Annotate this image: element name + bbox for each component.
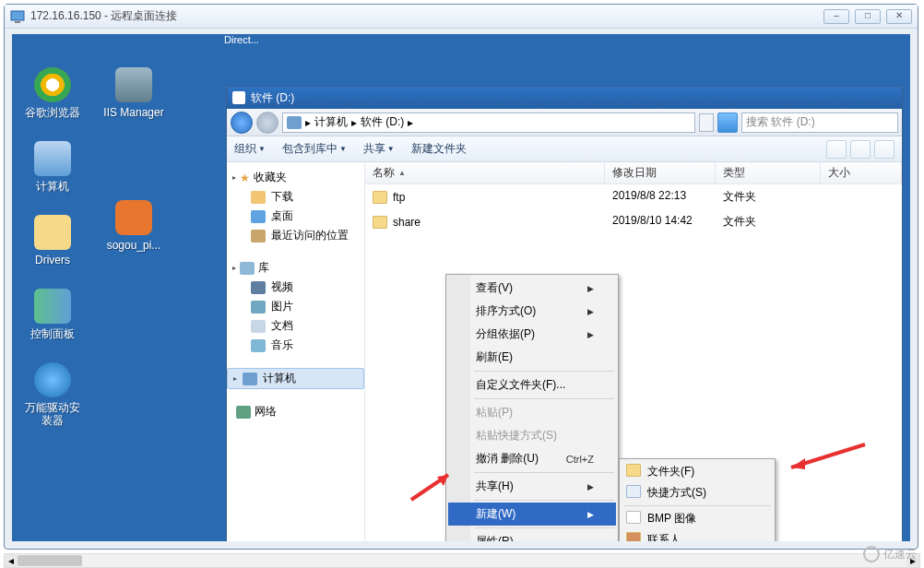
close-button[interactable]: ✕ [886, 9, 912, 24]
nav-music[interactable]: 音乐 [227, 336, 364, 355]
organize-menu[interactable]: 组织 ▼ [234, 141, 266, 157]
ctx-undo[interactable]: 撤消 删除(U)Ctrl+Z [448, 447, 616, 470]
rdp-title: 172.16.16.150 - 远程桌面连接 [30, 8, 823, 24]
watermark: 亿速云 [863, 546, 917, 562]
explorer-toolbar: 组织 ▼ 包含到库中 ▼ 共享 ▼ 新建文件夹 [227, 136, 902, 162]
help-button[interactable] [874, 140, 894, 159]
file-row[interactable]: ftp 2019/8/8 22:13 文件夹 [365, 184, 902, 209]
ctx-paste-shortcut: 粘贴快捷方式(S) [448, 424, 616, 447]
desktop-icon-sogou[interactable]: sogou_pi... [99, 200, 169, 252]
address-field[interactable]: ▸ 计算机 ▸ 软件 (D:) ▸ [282, 112, 695, 133]
scroll-thumb[interactable] [18, 555, 82, 566]
include-library-menu[interactable]: 包含到库中 ▼ [282, 141, 347, 157]
breadcrumb[interactable]: 计算机 [314, 114, 348, 130]
scroll-left-button[interactable]: ◂ [5, 554, 18, 567]
back-button[interactable] [231, 112, 253, 134]
breadcrumb[interactable]: 软件 (D:) [361, 114, 404, 130]
new-folder-button[interactable]: 新建文件夹 [411, 141, 467, 157]
desktop-icon-wanneng[interactable]: 万能驱动安装器 [18, 362, 88, 427]
col-type[interactable]: 类型 [716, 162, 821, 183]
drive-icon [287, 116, 302, 129]
explorer-title: 软件 (D:) [251, 90, 294, 106]
ctx-sort[interactable]: 排序方式(O)▶ [448, 300, 616, 323]
minimize-button[interactable]: – [823, 9, 849, 24]
address-bar: ▸ 计算机 ▸ 软件 (D:) ▸ 搜索 软件 (D:) [227, 109, 902, 136]
ctx-new-shortcut[interactable]: 快捷方式(S) [622, 482, 773, 503]
ctx-new-contact[interactable]: 联系人 [622, 529, 773, 541]
address-dropdown[interactable] [699, 113, 714, 132]
ctx-refresh[interactable]: 刷新(E) [448, 346, 616, 369]
nav-downloads[interactable]: 下载 [227, 187, 364, 207]
context-submenu-new: 文件夹(F) 快捷方式(S) BMP 图像 联系人 WinRAR 压缩文件 RT… [619, 458, 776, 541]
file-row[interactable]: share 2019/8/10 14:42 文件夹 [365, 209, 902, 234]
svg-rect-1 [15, 21, 20, 23]
col-name[interactable]: 名称▲ [365, 162, 605, 183]
col-size[interactable]: 大小 [821, 162, 902, 183]
forward-button[interactable] [256, 112, 278, 134]
ctx-group[interactable]: 分组依据(P)▶ [448, 323, 616, 346]
rdp-icon [10, 9, 25, 24]
view-options-button[interactable] [826, 140, 847, 159]
folder-icon [373, 216, 387, 229]
share-menu[interactable]: 共享 ▼ [363, 141, 395, 157]
drive-icon [232, 91, 245, 104]
explorer-titlebar[interactable]: 软件 (D:) [227, 87, 902, 109]
direct-label: Direct... [224, 34, 259, 45]
nav-favorites[interactable]: ▸★收藏夹 [227, 168, 364, 187]
refresh-button[interactable] [717, 112, 738, 133]
desktop-icon-chrome[interactable]: 谷歌浏览器 [18, 67, 88, 119]
context-menu: 查看(V)▶ 排序方式(O)▶ 分组依据(P)▶ 刷新(E) 自定义文件夹(F)… [445, 274, 619, 541]
ctx-new-folder[interactable]: 文件夹(F) [622, 461, 773, 482]
ctx-properties[interactable]: 属性(R) [448, 530, 616, 541]
nav-pictures[interactable]: 图片 [227, 297, 364, 316]
nav-computer[interactable]: ▸计算机 [227, 368, 364, 389]
ctx-customize[interactable]: 自定义文件夹(F)... [448, 373, 616, 396]
nav-network[interactable]: 网络 [227, 402, 364, 421]
rdp-window: 172.16.16.150 - 远程桌面连接 – □ ✕ Direct... 谷… [4, 4, 918, 550]
svg-rect-0 [11, 11, 24, 20]
desktop-icon-iis[interactable]: IIS Manager [99, 67, 169, 119]
nav-documents[interactable]: 文档 [227, 316, 364, 336]
watermark-logo-icon [863, 546, 880, 562]
ctx-new[interactable]: 新建(W)▶ [448, 503, 616, 526]
navigation-pane: ▸★收藏夹 下载 桌面 最近访问的位置 ▸库 视频 图片 文档 音乐 ▸计算机 [227, 162, 365, 541]
horizontal-scrollbar[interactable]: ◂ ▸ [4, 553, 920, 568]
folder-icon [373, 191, 387, 204]
ctx-new-bmp[interactable]: BMP 图像 [622, 508, 773, 529]
preview-pane-button[interactable] [850, 140, 871, 159]
desktop-icon-drivers[interactable]: Drivers [18, 215, 88, 266]
maximize-button[interactable]: □ [855, 9, 881, 24]
ctx-paste: 粘贴(P) [448, 401, 616, 424]
rdp-titlebar[interactable]: 172.16.16.150 - 远程桌面连接 – □ ✕ [5, 5, 918, 29]
nav-desktop[interactable]: 桌面 [227, 207, 364, 226]
ctx-share[interactable]: 共享(H)▶ [448, 475, 616, 498]
ctx-view[interactable]: 查看(V)▶ [448, 277, 616, 300]
col-date[interactable]: 修改日期 [605, 162, 716, 183]
search-input[interactable]: 搜索 软件 (D:) [741, 112, 898, 133]
nav-libraries[interactable]: ▸库 [227, 258, 364, 278]
desktop-icon-control-panel[interactable]: 控制面板 [18, 289, 88, 340]
remote-desktop[interactable]: Direct... 谷歌浏览器 计算机 Drivers 控制面板 万能驱动安装器… [12, 34, 910, 541]
nav-recent[interactable]: 最近访问的位置 [227, 226, 364, 245]
desktop-icon-computer[interactable]: 计算机 [18, 141, 88, 193]
column-headers: 名称▲ 修改日期 类型 大小 [365, 162, 902, 184]
nav-videos[interactable]: 视频 [227, 278, 364, 297]
